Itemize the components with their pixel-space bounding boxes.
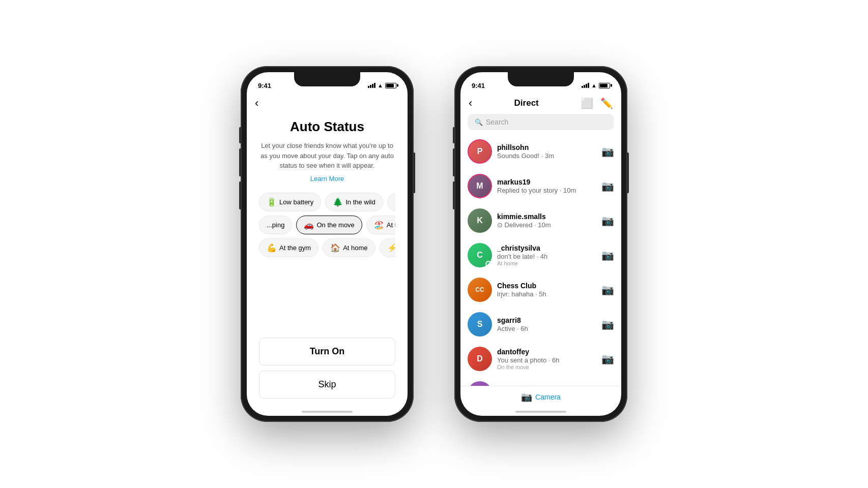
auto-status-title: Auto Status (259, 119, 395, 135)
chips-row-1: 🔋 Low battery 🌲 In the wild ✈️ At t... (259, 193, 395, 211)
back-button-1[interactable]: ‹ (255, 97, 258, 110)
camera-icon-chess[interactable]: 📷 (601, 284, 614, 296)
wifi-icon-2: ▲ (591, 82, 597, 88)
message-item-chcboitoi[interactable]: C chcboitoi such a purday photo!!! · 6h … (460, 376, 621, 386)
low-battery-emoji: 🔋 (267, 197, 277, 207)
phone1-nav: ‹ (247, 95, 408, 114)
video-icon[interactable]: ⬜ (581, 97, 593, 109)
travel-emoji: ✈️ (395, 197, 395, 207)
status-chips-container: 🔋 Low battery 🌲 In the wild ✈️ At t... (259, 193, 395, 332)
phone-direct: 9:41 ▲ ‹ Direct ⬜ (454, 66, 627, 422)
msg-content-sgarri8: sgarri8 Active · 6h (497, 316, 596, 332)
home-emoji: 🏠 (330, 243, 340, 253)
msg-content-phillsohn: phillsohn Sounds Good! · 3m (497, 143, 596, 160)
notch-2 (508, 72, 574, 86)
chip-at-gym[interactable]: 💪 At the gym (259, 238, 319, 257)
chips-row-3: 💪 At the gym 🏠 At home ⚡ Ch... (259, 238, 395, 257)
battery-icon-1 (385, 83, 396, 88)
msg-content-dantoffey: dantoffey You sent a photo · 6h On the m… (497, 348, 596, 370)
avatar-chess: CC (468, 278, 492, 302)
camera-icon-markus19[interactable]: 📷 (601, 180, 614, 192)
skip-button[interactable]: Skip (259, 371, 395, 399)
message-item-kimmie[interactable]: K kimmie.smalls ⊙ Delivered · 10m 📷 (460, 203, 621, 238)
message-item-markus19[interactable]: M markus19 Replied to your story · 10m 📷 (460, 169, 621, 203)
message-item-chess[interactable]: CC Chess Club lrjvr: hahaha · 5h 📷 (460, 272, 621, 307)
phone2-nav: ‹ Direct ⬜ ✏️ (460, 95, 621, 114)
status-time-1: 9:41 (258, 82, 271, 89)
chip-shopping[interactable]: ...ping (259, 216, 292, 234)
msg-status-christy: At home (497, 260, 596, 266)
search-bar[interactable]: 🔍 Search (468, 114, 614, 130)
chip-on-the-move[interactable]: 🚗 On the move (296, 216, 362, 234)
chip-low-battery[interactable]: 🔋 Low battery (259, 193, 321, 211)
camera-icon-christy[interactable]: 📷 (601, 249, 614, 261)
turn-on-button[interactable]: Turn On (259, 338, 395, 365)
msg-status-dantoffey: On the move (497, 364, 596, 370)
msg-content-christy: _christysilva don't be late! · 4h At hom… (497, 244, 596, 266)
msg-preview-markus19: Replied to your story · 10m (497, 187, 596, 194)
on-move-emoji: 🚗 (304, 220, 314, 230)
avatar-dantoffey: D (468, 347, 492, 371)
active-dot-christy (485, 261, 491, 267)
chip-travel[interactable]: ✈️ At t... (387, 193, 395, 211)
home-indicator-2 (460, 407, 621, 416)
gym-emoji: 💪 (267, 243, 277, 253)
message-item-dantoffey[interactable]: D dantoffey You sent a photo · 6h On the… (460, 342, 621, 376)
signal-icon-2 (582, 83, 589, 88)
avatar-christy: C (468, 243, 492, 267)
notch (294, 72, 360, 86)
camera-icon-phillsohn[interactable]: 📷 (601, 145, 614, 158)
chip-at-beach[interactable]: 🏖️ At the beac... (366, 216, 395, 234)
camera-icon-kimmie[interactable]: 📷 (601, 215, 614, 227)
phone1-body: Auto Status Let your close friends know … (247, 114, 408, 407)
status-icons-2: ▲ (582, 82, 610, 88)
status-time-2: 9:41 (472, 82, 485, 89)
msg-preview-sgarri8: Active · 6h (497, 325, 596, 332)
camera-icon-sgarri8[interactable]: 📷 (601, 318, 614, 330)
back-button-2[interactable]: ‹ (469, 97, 472, 110)
auto-status-description: Let your close friends know what you're … (259, 141, 395, 171)
msg-username-chess: Chess Club (497, 282, 596, 290)
msg-username-dantoffey: dantoffey (497, 348, 596, 356)
scene: 9:41 ▲ ‹ Auto Status (241, 66, 627, 422)
msg-username-phillsohn: phillsohn (497, 143, 596, 151)
message-item-sgarri8[interactable]: S sgarri8 Active · 6h 📷 (460, 307, 621, 342)
msg-content-markus19: markus19 Replied to your story · 10m (497, 178, 596, 194)
msg-username-christy: _christysilva (497, 244, 596, 252)
avatar-phillsohn: P (468, 139, 492, 164)
msg-content-chess: Chess Club lrjvr: hahaha · 5h (497, 282, 596, 298)
msg-username-kimmie: kimmie.smalls (497, 212, 596, 221)
chips-row-2: ...ping 🚗 On the move 🏖️ At the beac... (259, 216, 395, 234)
search-icon: 🔍 (475, 118, 483, 126)
search-placeholder: Search (486, 118, 508, 126)
in-wild-label: In the wild (345, 198, 375, 206)
chip-at-home[interactable]: 🏠 At home (323, 238, 375, 257)
on-move-label: On the move (316, 221, 354, 229)
camera-bar-label: Camera (535, 393, 561, 401)
status-icons-1: ▲ (368, 82, 396, 88)
message-item-christy[interactable]: C _christysilva don't be late! · 4h At h… (460, 238, 621, 272)
avatar-kimmie: K (468, 208, 492, 233)
in-wild-emoji: 🌲 (333, 197, 343, 207)
camera-bar-icon: 📷 (521, 391, 532, 403)
learn-more-link[interactable]: Learn More (259, 175, 395, 182)
compose-icon[interactable]: ✏️ (600, 97, 613, 109)
camera-icon-dantoffey[interactable]: 📷 (601, 353, 614, 365)
avatar-chcboitoi: C (468, 381, 492, 386)
nav-icons: ⬜ ✏️ (581, 97, 613, 109)
battery-icon-2 (599, 83, 610, 88)
camera-bar[interactable]: 📷 Camera (460, 386, 621, 407)
shopping-label: ...ping (267, 221, 284, 229)
msg-username-markus19: markus19 (497, 178, 596, 186)
avatar-sgarri8: S (468, 312, 492, 337)
low-battery-label: Low battery (279, 198, 313, 206)
signal-icon-1 (368, 83, 375, 88)
beach-label: At the beac... (387, 221, 395, 229)
home-indicator-1 (247, 407, 408, 416)
msg-preview-kimmie: ⊙ Delivered · 10m (497, 221, 596, 229)
chip-charging[interactable]: ⚡ Ch... (380, 238, 395, 257)
direct-title: Direct (514, 98, 539, 108)
message-item-phillsohn[interactable]: P phillsohn Sounds Good! · 3m 📷 (460, 134, 621, 169)
charging-emoji: ⚡ (387, 243, 395, 253)
chip-in-the-wild[interactable]: 🌲 In the wild (325, 193, 383, 211)
